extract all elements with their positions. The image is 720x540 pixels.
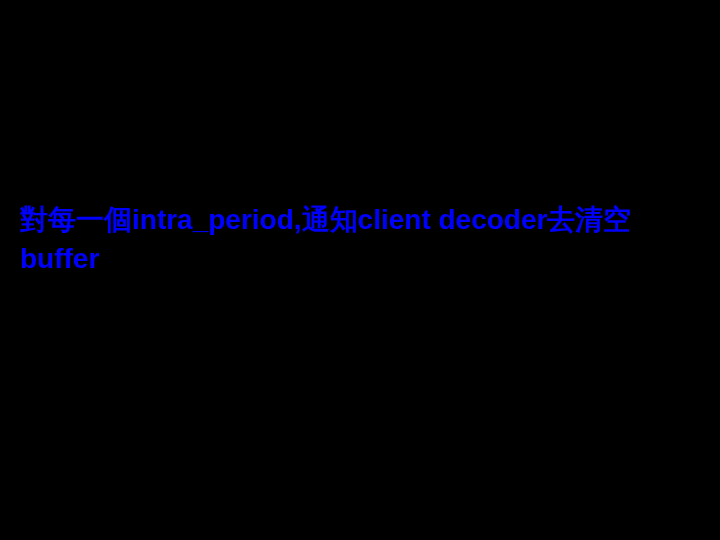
slide-body-text: 對每一個intra_period,通知client decoder去清空buff… <box>20 200 700 278</box>
slide-container: 對每一個intra_period,通知client decoder去清空buff… <box>0 0 720 540</box>
